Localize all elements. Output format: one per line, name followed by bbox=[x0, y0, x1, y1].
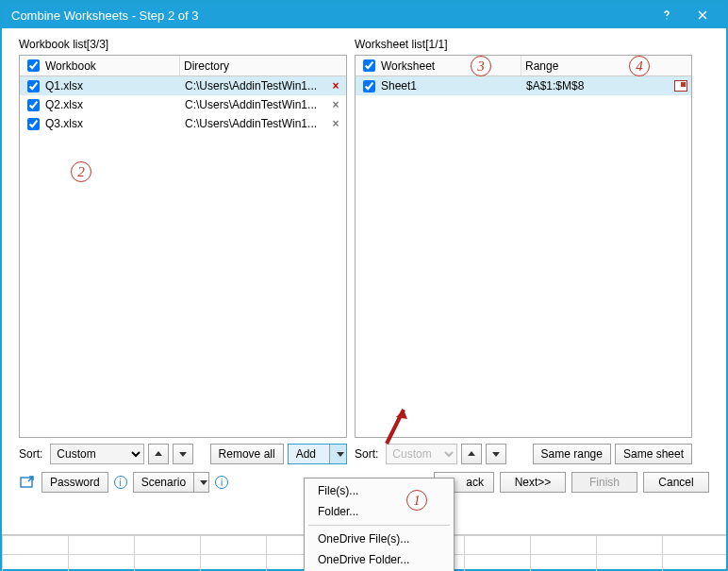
sort-label: Sort: bbox=[19, 447, 42, 461]
range-picker-icon[interactable] bbox=[674, 80, 687, 92]
remove-row-icon[interactable]: × bbox=[329, 98, 342, 111]
marker-3: 3 bbox=[471, 56, 491, 76]
worksheet-name-cell: Sheet1 bbox=[381, 79, 526, 92]
left-toolbar: Sort: Custom Remove all Add bbox=[19, 444, 347, 464]
workbook-row-checkbox[interactable] bbox=[27, 118, 40, 130]
svg-point-0 bbox=[666, 18, 667, 19]
worksheet-list-panel: Worksheet Range Sheet1 $A$1:$M$8 3 4 bbox=[355, 55, 692, 438]
remove-all-button[interactable]: Remove all bbox=[210, 444, 284, 464]
marker-2: 2 bbox=[71, 161, 91, 182]
sort-label-right: Sort: bbox=[355, 447, 378, 461]
directory-col-header: Directory bbox=[184, 59, 229, 73]
scenario-dropdown-toggle[interactable] bbox=[193, 473, 208, 492]
scenario-button-label: Scenario bbox=[134, 476, 193, 489]
workbook-row-checkbox[interactable] bbox=[27, 80, 40, 92]
workbook-row[interactable]: Q2.xlsx C:\Users\AddinTestWin1... × bbox=[20, 95, 346, 114]
workbook-row[interactable]: Q1.xlsx C:\Users\AddinTestWin1... × bbox=[20, 76, 346, 95]
worksheet-row[interactable]: Sheet1 $A$1:$M$8 bbox=[356, 76, 691, 95]
menu-onedrive-folder[interactable]: OneDrive Folder... bbox=[305, 549, 454, 570]
workbook-row-checkbox[interactable] bbox=[27, 99, 40, 111]
main-area: Workbook list[3/3] Workbook Directory Q1… bbox=[2, 28, 726, 464]
menu-separator bbox=[308, 525, 450, 526]
info-icon[interactable]: i bbox=[114, 476, 127, 489]
workbook-row[interactable]: Q3.xlsx C:\Users\AddinTestWin1... × bbox=[20, 114, 346, 133]
password-button[interactable]: Password bbox=[41, 472, 108, 493]
help-button[interactable] bbox=[649, 2, 685, 28]
workbook-list-label: Workbook list[3/3] bbox=[19, 38, 347, 51]
finish-button[interactable]: Finish bbox=[571, 472, 637, 493]
range-col-header: Range bbox=[525, 59, 558, 73]
worksheet-rows: Sheet1 $A$1:$M$8 bbox=[356, 76, 691, 95]
move-down-button[interactable] bbox=[173, 444, 193, 464]
workbook-dir-cell: C:\Users\AddinTestWin1... bbox=[185, 117, 329, 130]
same-range-button[interactable]: Same range bbox=[533, 444, 611, 464]
worksheet-select-all-checkbox[interactable] bbox=[363, 59, 375, 72]
worksheet-col-header: Worksheet bbox=[381, 59, 435, 73]
worksheet-row-checkbox[interactable] bbox=[363, 80, 375, 92]
remove-row-icon[interactable]: × bbox=[329, 79, 342, 92]
marker-4: 4 bbox=[629, 56, 650, 76]
annotation-arrow bbox=[377, 396, 415, 453]
window: Combine Worksheets - Step 2 of 3 Workboo… bbox=[0, 0, 728, 571]
window-title: Combine Worksheets - Step 2 of 3 bbox=[11, 8, 649, 23]
workbook-name-cell: Q1.xlsx bbox=[45, 79, 185, 92]
workbook-rows: Q1.xlsx C:\Users\AddinTestWin1... × Q2.x… bbox=[20, 76, 346, 133]
workbook-list-panel: Workbook Directory Q1.xlsx C:\Users\Addi… bbox=[19, 55, 347, 438]
same-sheet-button[interactable]: Same sheet bbox=[615, 444, 692, 464]
workbook-name-cell: Q2.xlsx bbox=[45, 98, 185, 111]
workbook-select-all-checkbox[interactable] bbox=[27, 59, 40, 72]
workbook-dir-cell: C:\Users\AddinTestWin1... bbox=[185, 98, 329, 111]
move-up-button-right[interactable] bbox=[461, 444, 482, 464]
workbook-name-cell: Q3.xlsx bbox=[45, 117, 185, 130]
left-sort-select[interactable]: Custom bbox=[50, 444, 144, 464]
add-button[interactable]: Add bbox=[288, 444, 347, 464]
cancel-button[interactable]: Cancel bbox=[643, 472, 709, 493]
workbook-header-row: Workbook Directory bbox=[20, 56, 346, 76]
menu-files[interactable]: File(s)... bbox=[305, 480, 454, 501]
add-dropdown-menu: File(s)... Folder... OneDrive File(s)...… bbox=[304, 478, 455, 571]
add-dropdown-toggle[interactable] bbox=[329, 445, 346, 463]
remove-row-icon[interactable]: × bbox=[329, 117, 342, 130]
workbook-col-header: Workbook bbox=[45, 59, 96, 73]
marker-1: 1 bbox=[406, 490, 427, 511]
move-down-button-right[interactable] bbox=[486, 444, 506, 464]
menu-onedrive-files[interactable]: OneDrive File(s)... bbox=[305, 529, 454, 549]
info-icon[interactable]: i bbox=[215, 476, 228, 489]
next-button[interactable]: Next>> bbox=[500, 472, 566, 493]
move-up-button[interactable] bbox=[148, 444, 169, 464]
scenario-button[interactable]: Scenario bbox=[133, 472, 209, 493]
workbook-dir-cell: C:\Users\AddinTestWin1... bbox=[185, 79, 329, 92]
open-file-icon[interactable] bbox=[19, 474, 36, 491]
titlebar: Combine Worksheets - Step 2 of 3 bbox=[2, 2, 726, 28]
close-button[interactable] bbox=[685, 2, 720, 28]
add-button-label: Add bbox=[289, 447, 323, 461]
menu-folder[interactable]: Folder... bbox=[305, 501, 454, 522]
worksheet-range-cell: $A$1:$M$8 bbox=[526, 79, 674, 92]
worksheet-list-label: Worksheet list[1/1] bbox=[355, 38, 692, 51]
